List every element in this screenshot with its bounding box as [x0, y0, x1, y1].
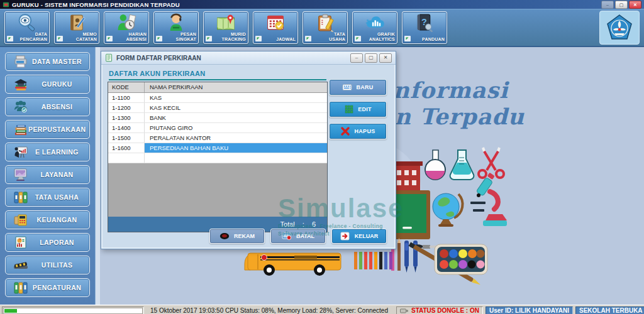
corner-arrow-icon: [7, 36, 13, 41]
sidebar-item-utilitas[interactable]: UTILITAS: [5, 256, 90, 274]
toolbar: DATAPENCARIANMEMOCATATANHARIANABSENSIPES…: [0, 9, 644, 47]
progress-track: [3, 308, 143, 314]
cell-kode: 1-1200: [108, 103, 145, 112]
illustration-globe: [433, 193, 462, 227]
printer-icon: [13, 55, 28, 68]
toolbar-button-grafik-analytics[interactable]: GRAFIKANALYTICS: [352, 11, 397, 44]
toolbar-button-label: MEMOCATATAN: [76, 32, 97, 42]
cancel-icon: [282, 232, 292, 241]
toolbar-button-panduan[interactable]: ?PANDUAN: [402, 11, 447, 44]
sidebar-item-label: LAPORAN: [28, 239, 86, 246]
cell-kode: 1-1500: [108, 133, 145, 143]
toolbar-button-murid-tracking[interactable]: MURIDTRACKING: [203, 11, 248, 44]
toolbar-button-pesan-singkat[interactable]: PESANSINGKAT: [153, 11, 199, 44]
toolbar-button-label: TATAUSAHA: [329, 32, 345, 42]
toolbar-button-label: PANDUAN: [422, 37, 445, 42]
toolbar-button-memo-catatan[interactable]: MEMOCATATAN: [54, 11, 99, 44]
cell-nama: [145, 153, 327, 163]
memo-notes-icon: [66, 13, 87, 32]
button-label: BATAL: [296, 233, 314, 239]
toolbar-button-label: DATAPENCARIAN: [20, 32, 47, 42]
form-titlebar[interactable]: FORM DAFTAR PERKIRAAN –▢✕: [101, 51, 396, 65]
record-action-buttons: BARUEDITHAPUS: [329, 79, 387, 139]
sidebar-item-data-master[interactable]: DATA MASTER: [5, 52, 90, 71]
toolbar-button-label: JADWAL: [276, 37, 296, 42]
cell-kode: 1-1600: [108, 143, 145, 153]
workspace: Sistem Informasi Pendidikan Terpadu: [96, 47, 644, 305]
rekam-button[interactable]: REKAM: [209, 229, 265, 244]
table-row[interactable]: 1-1500PERALATAN KANTOR: [108, 133, 327, 143]
short-message-icon: [165, 13, 187, 32]
form-title: FORM DAFTAR PERKIRAAN: [116, 55, 201, 62]
sidebar-item-layanan[interactable]: LAYANAN: [5, 165, 90, 184]
tut-wuri-handayani-emblem-icon: [606, 14, 633, 41]
sidebar-item-label: LAYANAN: [28, 171, 86, 178]
student-tracking-icon: [215, 13, 236, 32]
cell-kode: [108, 153, 145, 163]
corner-arrow-icon: [156, 36, 162, 41]
table-row[interactable]: 1-1300BANK: [108, 113, 327, 123]
toolbar-button-jadwal[interactable]: JADWAL: [253, 11, 298, 44]
window-maximize-button[interactable]: ▢: [615, 1, 628, 9]
titlebar: GURUKU - SISTEM INFORMARSI PENDIDIKAN TE…: [0, 0, 644, 9]
table-row[interactable]: 1-1600PERSEDIAAN BAHAN BAKU: [108, 143, 327, 153]
toolbar-button-tata-usaha[interactable]: TATAUSAHA: [303, 11, 348, 44]
total-separator: :: [303, 220, 304, 228]
illustration-school-bus: [245, 253, 341, 276]
table-row[interactable]: 1-1400PIUTANG GIRO: [108, 123, 327, 133]
sidebar-item-tata-usaha[interactable]: TATA USAHA: [5, 188, 90, 207]
attendance-group-icon: [13, 100, 28, 114]
illustration-colored-pencils: [354, 252, 392, 269]
window-close-button[interactable]: ✕: [379, 53, 392, 63]
services-monitor-icon: [13, 168, 28, 181]
binders-icon: [13, 190, 28, 204]
edit-button[interactable]: EDIT: [329, 101, 387, 117]
section-underline: [109, 79, 326, 80]
app-title: GURUKU - SISTEM INFORMARSI PENDIDIKAN TE…: [12, 1, 180, 8]
toolbar-button-label: HARIANABSENSI: [126, 32, 147, 42]
section-title: DAFTAR AKUN PERKIRAAN: [109, 70, 388, 77]
guide-icon: ?: [414, 13, 435, 32]
baru-button[interactable]: BARU: [329, 79, 387, 95]
sidebar-item-pengaturan[interactable]: PENGATURAN: [5, 278, 90, 297]
sidebar-item-laporan[interactable]: LAPORAN: [5, 233, 90, 252]
analytics-icon: [364, 13, 386, 32]
new-record-icon: [342, 83, 352, 92]
sidebar-item-label: ABSENSI: [28, 103, 86, 111]
sidebar-item-keuangan[interactable]: KEUANGAN: [5, 210, 90, 229]
illustration-microscope: [470, 173, 507, 226]
batal-button[interactable]: BATAL: [270, 229, 326, 244]
delete-record-icon: [340, 127, 350, 136]
window-close-button[interactable]: ✕: [629, 1, 641, 9]
sidebar-item-label: KEUANGAN: [28, 216, 86, 224]
sidebar-item-guruku[interactable]: GURUKU: [5, 75, 90, 94]
sidebar-item-e-learning[interactable]: E LEARNING: [5, 143, 90, 161]
sidebar-item-label: TATA USAHA: [28, 193, 86, 201]
corner-arrow-icon: [57, 36, 63, 41]
sidebar-item-perpustakaan[interactable]: PERPUSTAKAAN: [5, 120, 90, 139]
table-row[interactable]: 1-1200KAS KECIL: [108, 103, 327, 113]
window-maximize-button[interactable]: ▢: [365, 53, 377, 63]
window-minimize-button[interactable]: –: [601, 1, 614, 9]
cell-kode: 1-1400: [108, 123, 145, 133]
table-row[interactable]: 1-1100KAS: [108, 93, 327, 103]
status-user: User ID: LILIK HANDAYANI: [486, 306, 573, 314]
status-info: 15 Oktober 2017 19:03:50 CPU Status: 08%…: [147, 306, 391, 314]
button-label: KELUAR: [355, 233, 379, 239]
sidebar-item-label: UTILITAS: [28, 261, 86, 269]
perkiraan-table: KODE NAMA PERKIRAAN 1-1100KAS1-1200KAS K…: [108, 82, 328, 232]
administration-icon: [314, 13, 336, 32]
keluar-button[interactable]: KELUAR: [331, 229, 387, 244]
hapus-button[interactable]: HAPUS: [329, 123, 387, 139]
toolbar-button-label: GRAFIKANALYTICS: [369, 32, 395, 42]
sidebar-item-absensi[interactable]: ABSENSI: [5, 97, 90, 116]
toolbar-button-data-pencarian[interactable]: DATAPENCARIAN: [4, 11, 50, 44]
form-window-controls: –▢✕: [350, 53, 392, 63]
toolbar-button-harian-absensi[interactable]: HARIANABSENSI: [104, 11, 149, 44]
window-minimize-button[interactable]: –: [350, 53, 363, 63]
button-label: HAPUS: [354, 128, 375, 134]
sidebar-item-label: E LEARNING: [28, 148, 86, 156]
table-header: KODE NAMA PERKIRAAN: [108, 82, 327, 93]
form-bottom-buttons: REKAMBATALKELUAR: [209, 229, 387, 244]
corner-arrow-icon: [106, 36, 113, 41]
